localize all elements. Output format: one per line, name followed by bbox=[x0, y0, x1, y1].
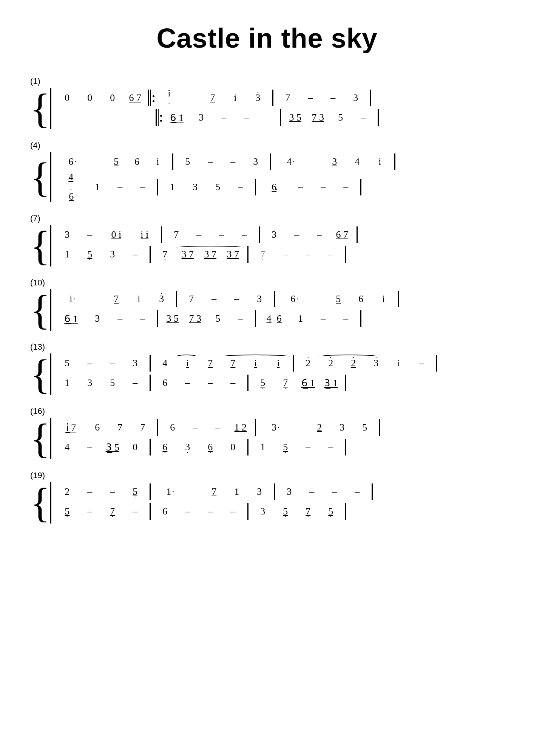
note: 2· bbox=[319, 358, 342, 369]
note: – bbox=[312, 181, 335, 193]
note: – bbox=[184, 422, 207, 433]
note: 3· bbox=[150, 293, 173, 305]
note: 3 bbox=[79, 377, 101, 389]
left-bracket-10: { bbox=[30, 289, 53, 331]
note: – bbox=[222, 377, 244, 389]
note: i bbox=[176, 358, 199, 369]
note: 5· bbox=[252, 377, 274, 389]
note: 0 bbox=[222, 442, 244, 453]
note: 5 bbox=[327, 293, 350, 305]
note: 7 bbox=[203, 486, 225, 497]
note: 1 bbox=[56, 249, 79, 260]
note: 0 bbox=[124, 442, 147, 453]
note: 1 bbox=[289, 313, 312, 324]
note: – bbox=[319, 442, 342, 453]
note: – bbox=[319, 249, 342, 260]
note: i bbox=[267, 358, 290, 369]
note: – bbox=[322, 92, 344, 104]
note: – bbox=[210, 229, 233, 240]
note: 3 bbox=[86, 313, 109, 324]
note: – bbox=[199, 506, 222, 517]
note: 5· bbox=[124, 486, 147, 497]
note: – bbox=[188, 229, 210, 240]
note: – bbox=[308, 229, 331, 240]
note: i bbox=[372, 293, 395, 305]
note: 3 bbox=[344, 92, 367, 104]
note: 6 bbox=[161, 422, 184, 433]
note: – bbox=[109, 181, 131, 193]
page: Castle in the sky (1) { 0 0 0 6 7 bbox=[0, 0, 534, 756]
note: – bbox=[203, 293, 225, 305]
note: 4 bbox=[154, 358, 176, 369]
note: – bbox=[131, 313, 154, 324]
note: 4 · 6 bbox=[259, 313, 289, 324]
row-16-top: i̲ 7 6 7 7 6 – – 1 2 3· 2 3 bbox=[56, 418, 504, 437]
note: 7· bbox=[297, 506, 319, 517]
section-16: (16) { i̲ 7 6 7 7 6 – – 1 2 bbox=[30, 406, 504, 459]
row-10-bottom: 6̲ 1 3 – – 3 5 7 3 5 – 4 · 6 bbox=[56, 309, 504, 328]
brace-icon: { bbox=[30, 225, 50, 266]
note: – bbox=[79, 358, 101, 369]
note: 7 bbox=[201, 92, 224, 104]
note: i bbox=[147, 156, 169, 167]
note: 5 bbox=[101, 377, 124, 389]
note: – bbox=[301, 486, 323, 497]
note: 4· bbox=[274, 156, 304, 167]
note: 3· bbox=[263, 229, 286, 240]
note: 7 bbox=[276, 92, 299, 104]
section-19: (19) { 2 – – 5· 1· bbox=[30, 471, 504, 524]
note: 3 bbox=[244, 156, 267, 167]
note: 5 bbox=[105, 156, 128, 167]
note: 6 bbox=[128, 156, 147, 167]
note: – bbox=[323, 486, 346, 497]
section-num-19: (19) bbox=[30, 471, 504, 480]
note: 5 bbox=[207, 313, 229, 324]
note: 6 7 bbox=[124, 92, 147, 104]
row-13-top: 5 – – 3 4 i 7 7 i i bbox=[56, 353, 504, 373]
note: – bbox=[312, 313, 335, 324]
row-19-bottom: 5· – 7· – 6 – – – 3 5· bbox=[56, 502, 504, 521]
note: 7 3 bbox=[184, 313, 207, 324]
note: 7 bbox=[165, 229, 188, 240]
note: i· bbox=[156, 88, 182, 108]
note: – bbox=[207, 422, 229, 433]
note: 3 bbox=[190, 112, 213, 123]
brace-icon: { bbox=[30, 289, 50, 331]
note: – bbox=[352, 112, 375, 123]
note: 3· bbox=[365, 358, 387, 369]
row-4-top: 6· 5 6 i 5 – – 3 4· bbox=[56, 152, 504, 172]
note: 6 bbox=[154, 506, 176, 517]
brace-icon: { bbox=[30, 152, 50, 202]
note: 6 7 bbox=[331, 229, 353, 240]
note: 7· bbox=[274, 377, 297, 389]
note: – bbox=[222, 156, 244, 167]
note: 4 bbox=[56, 442, 79, 453]
note: 0 bbox=[56, 92, 79, 104]
note: 6 · bbox=[259, 181, 289, 193]
note: – bbox=[274, 249, 297, 260]
note: 7 bbox=[222, 358, 244, 369]
note: 3 7 bbox=[176, 249, 199, 260]
note: i̲ 7 bbox=[56, 422, 86, 434]
note: – bbox=[101, 486, 124, 497]
page-title: Castle in the sky bbox=[30, 23, 504, 54]
note: 1 bbox=[161, 181, 184, 193]
note: i bbox=[224, 92, 247, 104]
note: – bbox=[79, 486, 101, 497]
note: – bbox=[124, 506, 147, 517]
note: 5· bbox=[274, 506, 297, 517]
note: i bbox=[387, 358, 410, 369]
left-bracket-7: { bbox=[30, 225, 53, 266]
note: 7 bbox=[105, 293, 128, 305]
brace-icon: { bbox=[30, 482, 50, 524]
note: 7 bbox=[109, 422, 131, 433]
note: 5 bbox=[353, 422, 376, 433]
note: – bbox=[213, 112, 235, 123]
note: 6 bbox=[154, 377, 176, 389]
row-7-bottom: 1 5· 3 – 7· 3 7 3 7 3 7 bbox=[56, 245, 504, 264]
section-num-7: (7) bbox=[30, 214, 504, 223]
note: – bbox=[124, 249, 147, 260]
note: 3̲ 1 bbox=[319, 377, 342, 389]
note: 3 bbox=[184, 181, 207, 193]
note: – bbox=[79, 442, 101, 453]
